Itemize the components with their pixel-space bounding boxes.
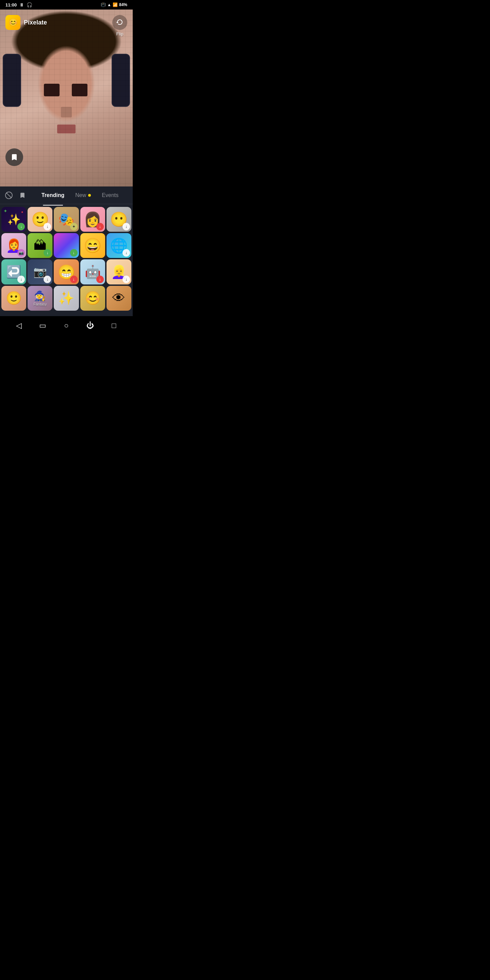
filter-arrow[interactable]: ↩️ ↓ [2, 259, 26, 284]
tab-events[interactable]: Events [96, 189, 124, 201]
filter-blonde[interactable]: 👱‍♀️ ↓ [107, 259, 131, 284]
filter-robot[interactable]: 🤖 ↓ [80, 259, 105, 284]
filter-eye-corner[interactable]: 👁 [107, 286, 131, 311]
time-display: 11:00 [5, 2, 17, 8]
tab-new-label: New [75, 192, 86, 198]
filter-orange-face[interactable]: 😁 ↓ [54, 259, 79, 284]
saved-filters-button[interactable] [16, 189, 29, 202]
filter-sparkles[interactable]: ✨ ✦ ✦ ↓ [2, 207, 26, 232]
tab-trending-label: Trending [41, 192, 65, 198]
filter-download-badge: ↓ [96, 275, 104, 283]
flip-label: Flip [116, 31, 124, 37]
status-right: 📳 ▲ 📶 84% [101, 2, 127, 7]
flip-icon [112, 15, 127, 30]
filter-download-badge: ↓ [123, 223, 130, 231]
home-button[interactable]: ○ [60, 319, 73, 332]
tab-new[interactable]: New [70, 189, 96, 201]
square-button[interactable]: □ [107, 319, 121, 332]
filter-skin[interactable]: 🙂 [2, 286, 26, 311]
filter-fantasy[interactable]: 🧙 Fantasy [27, 286, 52, 311]
filter-gold-face[interactable]: 😊 [80, 286, 105, 311]
filter-label: Pixelate [24, 19, 47, 26]
filter-mask[interactable]: 🎭 ✦ [54, 207, 79, 232]
filter-fantasy-preview: 🧙 Fantasy [27, 286, 52, 311]
back-button[interactable]: ◁ [12, 319, 25, 332]
filter-name-overlay: 😊 Pixelate [5, 15, 47, 30]
power-button[interactable]: ⏻ [83, 319, 97, 332]
home-icon: ○ [64, 321, 68, 330]
filter-skin-preview: 🙂 [2, 286, 26, 311]
filter-blue-ball[interactable]: 🌐 ↓ [107, 233, 131, 258]
tab-bar: Trending New Events [0, 186, 133, 204]
tab-group: Trending New Events [30, 189, 130, 201]
vibrate-icon: 📳 [101, 2, 106, 7]
svg-line-1 [6, 192, 11, 197]
filter-download-badge: ↓ [123, 275, 130, 283]
status-left: 11:00 ⏸ 🎧 [5, 2, 32, 8]
filter-gold-face-preview: 😊 [80, 286, 105, 311]
square-icon: □ [111, 321, 116, 330]
pause-icon: ⏸ [19, 2, 24, 8]
filter-download-badge: ↓ [70, 275, 78, 283]
filter-grey-face[interactable]: 😶 ↓ [107, 207, 131, 232]
filter-eye-corner-preview: 👁 [107, 286, 131, 311]
flip-button[interactable]: Flip [112, 15, 127, 37]
saved-icon [19, 192, 26, 199]
bookmark-icon [10, 153, 18, 161]
filter-sparkle2-preview: ✨ [54, 286, 79, 311]
filter-green-scene[interactable]: 🏔 ↓ [27, 233, 52, 258]
headphone-icon: 🎧 [27, 2, 32, 8]
nav-bar: ◁ ▭ ○ ⏻ □ [0, 316, 133, 335]
power-icon: ⏻ [86, 321, 94, 330]
filter-icon: 😊 [5, 15, 21, 30]
no-filter-icon [5, 191, 13, 199]
tab-trending[interactable]: Trending [36, 189, 70, 201]
filter-grid: ✨ ✦ ✦ ↓ 🙂 ↓ 🎭 ✦ 👩 ↓ 😶 ↓ 👩‍🦰 📷 [0, 204, 133, 313]
camera-view: 😊 Pixelate Flip [0, 10, 133, 186]
filter-face1[interactable]: 🙂 ↓ [27, 207, 52, 232]
filter-purple-hair[interactable]: 👩‍🦰 📷 [2, 233, 26, 258]
filter-pink-face[interactable]: 👩 ↓ [80, 207, 105, 232]
status-bar: 11:00 ⏸ 🎧 📳 ▲ 📶 84% [0, 0, 133, 10]
recent-icon: ▭ [39, 321, 46, 330]
recent-apps-button[interactable]: ▭ [36, 319, 49, 332]
filter-sparkle2[interactable]: ✨ [54, 286, 79, 311]
filter-download-badge: ↓ [70, 249, 78, 256]
signal-icon: 📶 [113, 2, 118, 7]
filter-gradient[interactable]: ↓ [54, 233, 79, 258]
new-notification-dot [88, 194, 91, 197]
bottom-panel: Trending New Events ✨ ✦ ✦ ↓ 🙂 ↓ [0, 186, 133, 316]
filter-download-badge: ✦ [70, 223, 78, 231]
no-filter-button[interactable] [3, 189, 15, 202]
filter-cam[interactable]: 📷 ↓ [27, 259, 52, 284]
filter-download-badge: ↓ [43, 275, 51, 283]
filter-download-badge: ↓ [96, 223, 104, 231]
battery-display: 84% [119, 2, 127, 7]
filter-download-badge: ↓ [18, 275, 25, 283]
back-icon: ◁ [16, 321, 22, 330]
wifi-icon: ▲ [107, 2, 111, 7]
tab-events-label: Events [102, 192, 118, 198]
flip-camera-icon [115, 18, 124, 27]
filter-emoji[interactable]: 😄 [80, 233, 105, 258]
filter-emoji-preview: 😄 [80, 233, 105, 258]
bookmark-button[interactable] [5, 148, 23, 166]
